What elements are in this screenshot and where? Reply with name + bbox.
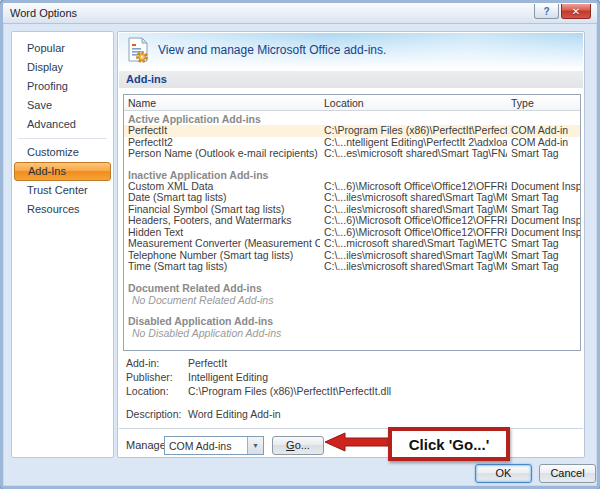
cell-type: Smart Tag: [507, 192, 580, 204]
cell-name: Financial Symbol (Smart tag lists): [124, 204, 320, 216]
window-title: Word Options: [10, 7, 77, 19]
table-row[interactable]: Time (Smart tag lists)C:\...iles\microso…: [124, 261, 580, 273]
table-group-header: Disabled Application Add-ins: [124, 315, 580, 327]
cell-name: PerfectIt2: [124, 137, 320, 149]
table-row[interactable]: Measurement Converter (Measurement Conve…: [124, 238, 580, 250]
sidebar-nav: PopularDisplayProofingSaveAdvancedCustom…: [11, 31, 114, 458]
cell-location: C:\...microsoft shared\Smart Tag\METCONV…: [320, 238, 507, 250]
cell-location: C:\...iles\microsoft shared\Smart Tag\MO…: [320, 250, 507, 262]
detail-value: PerfectIt: [188, 356, 227, 370]
table-group-header: Document Related Add-ins: [124, 282, 580, 294]
table-row[interactable]: PerfectIt2C:\...ntelligent Editing\Perfe…: [124, 137, 580, 149]
manage-label: Manage:: [126, 439, 169, 451]
manage-divider: [119, 428, 583, 429]
close-icon: ✕: [572, 6, 580, 17]
go-button-label: o...: [295, 439, 310, 451]
addins-table-body: Active Application Add-insPerfectItC:\Pr…: [124, 111, 580, 339]
callout-box: Click 'Go...': [388, 427, 510, 461]
table-group-header: Inactive Application Add-ins: [124, 169, 580, 181]
detail-value: Intelligent Editing: [188, 370, 268, 384]
table-row[interactable]: Date (Smart tag lists)C:\...iles\microso…: [124, 192, 580, 204]
table-row[interactable]: Telephone Number (Smart tag lists)C:\...…: [124, 250, 580, 262]
ok-button[interactable]: OK: [475, 464, 532, 483]
cell-type: COM Add-in: [507, 137, 580, 149]
detail-row: Add-in:PerfectIt: [126, 356, 578, 370]
details-rows: Add-in:PerfectItPublisher:Intelligent Ed…: [126, 356, 578, 398]
chevron-down-icon[interactable]: ▼: [247, 437, 263, 454]
cell-type: Document Inspector: [507, 181, 580, 193]
detail-row: Location:C:\Program Files (x86)\PerfectI…: [126, 384, 578, 398]
table-row[interactable]: PerfectItC:\Program Files (x86)\PerfectI…: [124, 125, 580, 137]
cell-location: C:\...iles\microsoft shared\Smart Tag\MO…: [320, 261, 507, 273]
cell-location: C:\...es\microsoft shared\Smart Tag\FNAM…: [320, 148, 507, 160]
detail-row: Publisher:Intelligent Editing: [126, 370, 578, 384]
table-row[interactable]: Hidden TextC:\...6)\Microsoft Office\Off…: [124, 227, 580, 239]
cell-location: C:\...iles\microsoft shared\Smart Tag\MO…: [320, 192, 507, 204]
sidebar-item-proofing[interactable]: Proofing: [14, 77, 111, 96]
table-row[interactable]: Headers, Footers, and WatermarksC:\...6)…: [124, 215, 580, 227]
cell-location: C:\Program Files (x86)\PerfectIt\Perfect…: [320, 125, 507, 137]
section-header: Add-ins: [119, 71, 583, 88]
detail-label: Add-in:: [126, 356, 188, 370]
content-pane: View and manage Microsoft Office add-ins…: [117, 31, 585, 458]
sidebar-item-advanced[interactable]: Advanced: [14, 115, 111, 134]
table-row[interactable]: Custom XML DataC:\...6)\Microsoft Office…: [124, 181, 580, 193]
table-row[interactable]: Person Name (Outlook e-mail recipients)C…: [124, 148, 580, 160]
caption-buttons: ? ✕: [534, 4, 591, 19]
help-button[interactable]: ?: [534, 4, 559, 19]
cell-location: C:\...iles\microsoft shared\Smart Tag\MO…: [320, 204, 507, 216]
sidebar-item-popular[interactable]: Popular: [14, 39, 111, 58]
callout-arrow-icon: [325, 432, 389, 452]
column-header-type: Type: [507, 97, 580, 109]
cell-location: C:\...ntelligent Editing\PerfectIt 2\adx…: [320, 137, 507, 149]
word-options-dialog: Word Options ? ✕ PopularDisplayProofingS…: [0, 0, 600, 489]
table-group: Document Related Add-insNo Document Rela…: [124, 282, 580, 306]
manage-selected-option: COM Add-ins: [165, 440, 247, 452]
cell-name: Headers, Footers, and Watermarks: [124, 215, 320, 227]
detail-value: C:\Program Files (x86)\PerfectIt\Perfect…: [188, 384, 391, 398]
table-empty-note: No Document Related Add-ins: [124, 294, 580, 306]
table-header-row: Name Location Type: [124, 95, 580, 111]
detail-label: Publisher:: [126, 370, 188, 384]
cell-type: Document Inspector: [507, 227, 580, 239]
cell-name: Custom XML Data: [124, 181, 320, 193]
cell-name: Date (Smart tag lists): [124, 192, 320, 204]
cell-type: Document Inspector: [507, 215, 580, 227]
cancel-button[interactable]: Cancel: [539, 464, 596, 483]
sidebar-item-display[interactable]: Display: [14, 58, 111, 77]
column-header-name: Name: [124, 97, 320, 109]
sidebar-item-add-ins[interactable]: Add-Ins: [14, 162, 111, 181]
description-value: Word Editing Add-in: [188, 407, 281, 421]
cell-type: Smart Tag: [507, 238, 580, 250]
cell-name: Time (Smart tag lists): [124, 261, 320, 273]
sidebar-item-customize[interactable]: Customize: [14, 143, 111, 162]
cell-name: Telephone Number (Smart tag lists): [124, 250, 320, 262]
detail-label: Location:: [126, 384, 188, 398]
cell-type: COM Add-in: [507, 125, 580, 137]
column-header-location: Location: [320, 97, 507, 109]
cell-location: C:\...6)\Microsoft Office\Office12\OFFRH…: [320, 227, 507, 239]
cell-type: Smart Tag: [507, 204, 580, 216]
sidebar-item-trust-center[interactable]: Trust Center: [14, 181, 111, 200]
description-row: Description: Word Editing Add-in: [126, 407, 578, 421]
cell-type: Smart Tag: [507, 250, 580, 262]
cell-location: C:\...6)\Microsoft Office\Office12\OFFRH…: [320, 181, 507, 193]
table-group-header: Active Application Add-ins: [124, 113, 580, 125]
page-title: View and manage Microsoft Office add-ins…: [158, 43, 386, 57]
manage-dropdown[interactable]: COM Add-ins ▼: [164, 436, 264, 455]
cell-name: Person Name (Outlook e-mail recipients): [124, 148, 320, 160]
table-empty-note: No Disabled Application Add-ins: [124, 327, 580, 339]
cell-name: Hidden Text: [124, 227, 320, 239]
close-button[interactable]: ✕: [561, 4, 591, 19]
table-group: Active Application Add-insPerfectItC:\Pr…: [124, 113, 580, 160]
table-row[interactable]: Financial Symbol (Smart tag lists)C:\...…: [124, 204, 580, 216]
table-group: Inactive Application Add-insCustom XML D…: [124, 169, 580, 273]
title-bar: Word Options ? ✕: [3, 3, 597, 24]
cell-type: Smart Tag: [507, 148, 580, 160]
table-group: Disabled Application Add-insNo Disabled …: [124, 315, 580, 339]
description-label: Description:: [126, 407, 188, 421]
sidebar-item-save[interactable]: Save: [14, 96, 111, 115]
go-button[interactable]: Go...: [272, 436, 324, 455]
sidebar-item-resources[interactable]: Resources: [14, 200, 111, 219]
cell-type: Smart Tag: [507, 261, 580, 273]
